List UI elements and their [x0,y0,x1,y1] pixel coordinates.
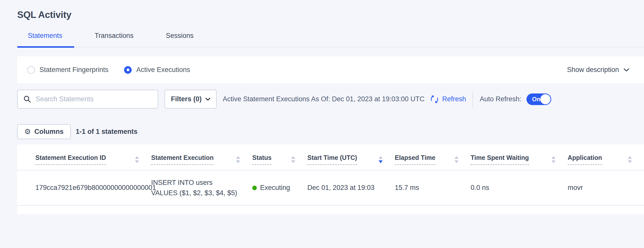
tab-transactions[interactable]: Transactions [84,32,144,47]
refresh-button[interactable]: Refresh [430,95,466,104]
radio-label: Active Executions [136,66,190,74]
status-dot-icon [252,186,257,190]
refresh-label: Refresh [442,95,466,103]
statements-table-card: Statement Execution ID Statement Executi… [17,144,644,214]
tab-statements[interactable]: Statements [17,32,73,47]
toggle-knob [540,94,550,104]
sort-icon [628,156,632,163]
tab-bar: Statements Transactions Sessions [17,32,644,47]
sort-icon [291,156,295,163]
column-header-start-time[interactable]: Start Time (UTC) [307,144,395,170]
radio-statement-fingerprints[interactable]: Statement Fingerprints [27,66,108,74]
column-header-elapsed-time[interactable]: Elapsed Time [395,144,471,170]
controls-row: Filters (0) Active Statement Executions … [17,90,644,109]
table-header-row: Statement Execution ID Statement Executi… [17,144,644,170]
table-row: 179cca7921e679b80000000000000001 INSERT … [17,170,644,205]
result-count: 1-1 of 1 statements [76,128,138,136]
page-title: SQL Activity [17,10,644,20]
radio-selected-icon [124,66,132,74]
cell-statement: INSERT INTO users VALUES ($1, $2, $3, $4… [151,170,252,205]
radio-active-executions[interactable]: Active Executions [124,66,190,74]
filters-label: Filters (0) [171,95,202,103]
sort-icon [454,156,458,163]
active-tab-indicator [17,46,74,48]
view-mode-card: Statement Fingerprints Active Executions… [17,56,644,83]
column-header-time-spent-waiting[interactable]: Time Spent Waiting [471,144,568,170]
sql-activity-page: SQL Activity Statements Transactions Ses… [17,10,644,214]
column-header-application[interactable]: Application [568,144,644,170]
columns-button[interactable]: ⚙ Columns [17,124,71,139]
auto-refresh-toggle[interactable]: On [526,93,551,105]
auto-refresh-label: Auto Refresh: [480,95,521,103]
gear-icon: ⚙ [24,128,31,135]
cell-time-spent-waiting: 0.0 ns [471,170,568,205]
sort-icon-active-desc [379,156,383,163]
search-input[interactable] [35,95,158,103]
status-badge: Executing [260,183,290,193]
column-header-statement-execution-id[interactable]: Statement Execution ID [17,144,151,170]
column-header-status[interactable]: Status [252,144,307,170]
radio-unselected-icon [27,66,35,74]
radio-label: Statement Fingerprints [39,66,108,74]
cell-execution-id: 179cca7921e679b80000000000000001 [17,170,151,205]
chevron-down-icon [624,68,629,72]
refresh-icon [430,95,439,104]
column-header-statement-execution[interactable]: Statement Execution [151,144,252,170]
search-icon [23,95,31,103]
tab-sessions[interactable]: Sessions [155,32,204,47]
toggle-state-label: On [532,96,540,103]
cell-status: Executing [252,170,307,205]
show-description-toggle[interactable]: Show description [567,66,629,74]
table-toolbar: ⚙ Columns 1-1 of 1 statements [17,124,644,139]
chevron-down-icon [205,98,210,101]
as-of-timestamp: Active Statement Executions As Of: Dec 0… [223,95,424,103]
columns-label: Columns [34,128,64,136]
sort-icon [135,156,139,163]
sort-icon [551,156,556,163]
cell-start-time: Dec 01, 2023 at 19:03 [307,170,395,205]
show-description-label: Show description [567,66,619,74]
cell-application: movr [568,170,644,205]
filters-button[interactable]: Filters (0) [165,90,217,109]
statements-table: Statement Execution ID Statement Executi… [17,144,644,206]
vertical-divider [473,91,473,107]
sort-icon [236,156,240,163]
search-box [17,90,158,109]
cell-elapsed-time: 15.7 ms [395,170,471,205]
